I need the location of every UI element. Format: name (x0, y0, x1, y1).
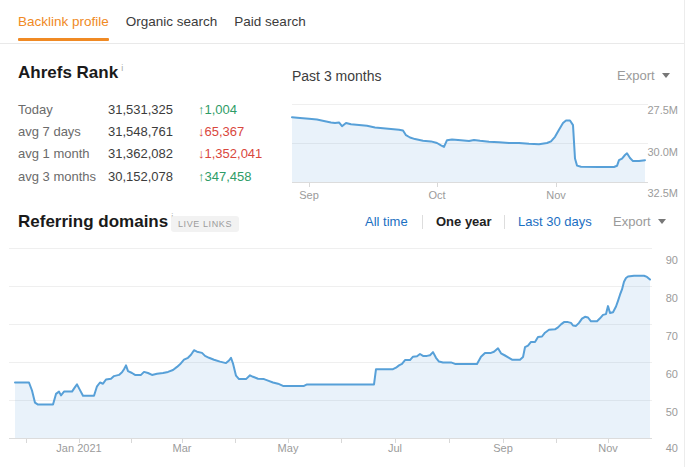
chevron-down-icon (658, 219, 666, 224)
ahrefs-rank-chart (292, 98, 648, 186)
stat-delta-value: 65,367 (205, 124, 245, 139)
stat-value: 31,548,761 (108, 121, 173, 143)
x-axis-label: Jan 2021 (56, 442, 101, 454)
stat-delta-value: 1,004 (205, 102, 238, 117)
axis-tick (341, 439, 342, 443)
axis-tick (26, 439, 27, 443)
axis-tick (131, 439, 132, 443)
referring-domains-export-button[interactable]: Export (613, 214, 666, 229)
tab-organic-search[interactable]: Organic search (126, 0, 218, 44)
y-axis-label: 40 (634, 442, 678, 454)
axis-tick (503, 439, 504, 443)
axis-tick (182, 439, 183, 443)
chart-area-fill (15, 276, 650, 438)
stat-delta-value: 1,352,041 (205, 146, 263, 161)
axis-tick (608, 439, 609, 443)
chevron-down-icon (662, 73, 670, 78)
axis-tick (556, 439, 557, 443)
x-axis-label: Mar (173, 442, 192, 454)
stat-row-avg-7-days: avg 7 days 31,548,761 ↓65,367 (18, 121, 308, 143)
y-axis-label: 32.5M (634, 187, 678, 199)
x-axis-label: Sep (493, 442, 513, 454)
export-label: Export (613, 214, 651, 229)
stat-delta: ↑347,458 (198, 166, 252, 188)
stat-row-avg-1-month: avg 1 month 31,362,082 ↓1,352,041 (18, 143, 308, 165)
referring-domains-title-text: Referring domains (18, 212, 168, 231)
axis-tick (395, 439, 396, 443)
filter-one-year[interactable]: One year (436, 212, 492, 232)
axis-tick (79, 439, 80, 443)
chart-area-fill (292, 117, 645, 182)
x-axis-label: May (278, 442, 299, 454)
x-axis-label: Sep (299, 189, 319, 201)
stat-label: avg 1 month (18, 146, 90, 161)
stat-label: Today (18, 102, 53, 117)
stat-delta: ↓1,352,041 (198, 143, 262, 165)
filter-divider (504, 215, 505, 229)
x-axis-label: Jul (388, 442, 402, 454)
live-links-badge: LIVE LINKS (171, 216, 239, 232)
panel-right-border (684, 0, 685, 467)
rank-chart-export-button[interactable]: Export (617, 68, 670, 83)
filter-last-30-days[interactable]: Last 30 days (518, 212, 592, 232)
axis-tick (556, 183, 557, 187)
stat-delta-value: 347,458 (205, 169, 252, 184)
stat-label: avg 7 days (18, 124, 81, 139)
ahrefs-rank-title: Ahrefs Ranki (18, 63, 123, 83)
backlink-profile-screen: Backlink profile Organic search Paid sea… (0, 0, 700, 467)
tab-paid-search[interactable]: Paid search (234, 0, 305, 44)
axis-tick (235, 439, 236, 443)
stat-value: 31,531,325 (108, 99, 173, 121)
axis-tick (288, 439, 289, 443)
axis-tick (437, 183, 438, 187)
x-axis-label: Nov (546, 189, 566, 201)
stat-value: 30,152,078 (108, 166, 173, 188)
x-axis-label: Oct (428, 189, 445, 201)
filter-all-time[interactable]: All time (365, 212, 408, 232)
stat-row-today: Today 31,531,325 ↑1,004 (18, 99, 308, 121)
stat-value: 31,362,082 (108, 143, 173, 165)
stat-delta: ↑1,004 (198, 99, 237, 121)
top-tab-bar: Backlink profile Organic search Paid sea… (0, 0, 684, 44)
stat-row-avg-3-months: avg 3 months 30,152,078 ↑347,458 (18, 166, 308, 188)
axis-tick (449, 439, 450, 443)
stat-label: avg 3 months (18, 169, 96, 184)
stat-delta: ↓65,367 (198, 121, 244, 143)
ahrefs-rank-title-text: Ahrefs Rank (18, 63, 118, 82)
tab-backlink-profile[interactable]: Backlink profile (18, 0, 109, 44)
axis-tick (309, 183, 310, 187)
referring-domains-title: Referring domainsi (18, 212, 173, 232)
filter-divider (422, 215, 423, 229)
info-icon[interactable]: i (121, 63, 123, 73)
rank-chart-title: Past 3 months (292, 68, 382, 84)
export-label: Export (617, 68, 655, 83)
x-axis-label: Nov (598, 442, 618, 454)
referring-domains-chart (0, 243, 700, 443)
